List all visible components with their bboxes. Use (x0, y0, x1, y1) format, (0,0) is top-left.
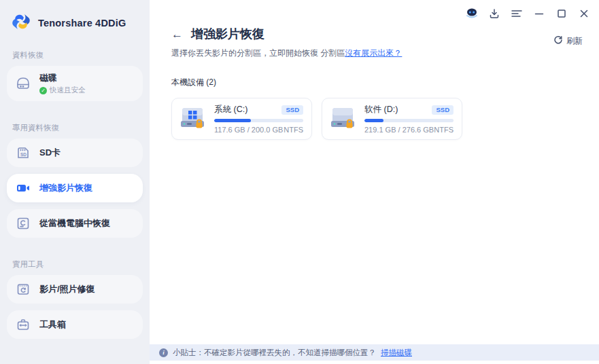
app-window: Tenorshare 4DDiG 資料恢復 磁碟 ✓ 快速且安全 專用資料恢 (0, 0, 599, 364)
sidebar-item-toolbox[interactable]: 工具箱 (7, 310, 143, 339)
windows-system-drive-icon (179, 105, 207, 133)
sidebar-item-sd-card-label: SD卡 (39, 147, 61, 159)
media-repair-icon (15, 281, 31, 297)
ssd-badge: SSD (432, 105, 453, 115)
sidebar-section-data-recovery: 資料恢復 (7, 50, 143, 60)
sidebar-item-disk-label: 磁碟 (39, 72, 86, 84)
sidebar-item-crashed-computer-recovery-label: 從當機電腦中恢復 (39, 217, 110, 230)
sidebar-item-sd-card[interactable]: SD SD卡 (7, 139, 143, 167)
sidebar-section-tools: 實用工具 (7, 259, 143, 270)
download-icon[interactable] (487, 7, 501, 20)
sidebar-item-media-repair-label: 影片/照片修復 (39, 283, 95, 295)
minimize-icon[interactable] (532, 7, 546, 20)
drive-card-c[interactable]: 系統 (C:) SSD 117.6 GB / 200.0 GB NTFS (171, 98, 312, 140)
toolbox-icon (15, 316, 31, 333)
titlebar-controls (465, 7, 591, 20)
main-panel: 刷新 ← 增強影片恢復 選擇你丟失影片的分割區，立即開始恢復 分割區沒有展示出來… (150, 0, 599, 364)
sidebar-section-special-recovery: 專用資料恢復 (7, 123, 143, 133)
ssd-badge: SSD (281, 105, 303, 115)
back-button[interactable]: ← (171, 29, 183, 40)
tip-text: 小貼士：不確定影片從哪裡丟失的，不知道掃描哪個位置？ (173, 348, 376, 358)
sidebar: Tenorshare 4DDiG 資料恢復 磁碟 ✓ 快速且安全 專用資料恢 (0, 0, 150, 364)
partitions-not-shown-link[interactable]: 沒有展示出來？ (345, 48, 402, 58)
crashed-computer-icon (15, 215, 31, 232)
disk-icon (15, 75, 31, 92)
disk-safety-badge: ✓ 快速且安全 (39, 86, 86, 95)
drive-usage-bar (214, 119, 303, 122)
sidebar-item-crashed-computer-recovery[interactable]: 從當機電腦中恢復 (7, 209, 143, 238)
svg-text:SD: SD (20, 152, 27, 157)
drive-card-d[interactable]: 软件 (D:) SSD 219.1 GB / 276.6 GB NTFS (322, 98, 462, 140)
drive-filesystem: NTFS (284, 126, 303, 134)
data-drive-icon (329, 105, 358, 133)
brand: Tenorshare 4DDiG (7, 10, 143, 35)
maximize-icon[interactable] (555, 7, 568, 20)
drive-card-list: 系統 (C:) SSD 117.6 GB / 200.0 GB NTFS (171, 98, 577, 140)
refresh-label: 刷新 (566, 35, 583, 47)
menu-icon[interactable] (510, 7, 524, 20)
drive-filesystem: NTFS (434, 126, 453, 134)
app-logo-icon (10, 11, 33, 35)
close-icon[interactable] (577, 7, 591, 20)
drive-capacity: 219.1 GB / 276.6 GB (364, 126, 434, 134)
video-camera-icon (15, 180, 31, 196)
sd-card-icon: SD (15, 145, 31, 161)
refresh-button[interactable]: 刷新 (553, 35, 583, 47)
info-icon: i (159, 348, 168, 357)
page-title: 增強影片恢復 (191, 26, 264, 42)
assistant-bot-icon[interactable] (465, 7, 479, 20)
refresh-icon (553, 35, 563, 47)
sidebar-item-toolbox-label: 工具箱 (39, 318, 66, 331)
page-subtitle: 選擇你丟失影片的分割區，立即開始恢復 分割區沒有展示出來？ (171, 48, 577, 59)
check-icon: ✓ (39, 87, 47, 94)
drive-capacity: 117.6 GB / 200.0 GB (214, 126, 283, 134)
tip-footer: i 小貼士：不確定影片從哪裡丟失的，不知道掃描哪個位置？ 掃描磁碟 (150, 344, 599, 361)
drive-usage-bar (364, 119, 453, 122)
sidebar-item-enhanced-video-recovery[interactable]: 增強影片恢復 (7, 174, 143, 202)
sidebar-item-media-repair[interactable]: 影片/照片修復 (7, 275, 143, 304)
brand-name: Tenorshare 4DDiG (38, 18, 126, 29)
local-devices-label: 本機設備 (2) (171, 77, 577, 88)
drive-usage-fill (214, 119, 251, 122)
drive-name: 系統 (C:) (214, 104, 247, 115)
sidebar-item-disk[interactable]: 磁碟 ✓ 快速且安全 (7, 66, 143, 101)
content-area: ← 增強影片恢復 選擇你丟失影片的分割區，立即開始恢復 分割區沒有展示出來？ 本… (150, 0, 599, 344)
drive-name: 软件 (D:) (364, 104, 398, 115)
scan-disk-link[interactable]: 掃描磁碟 (381, 348, 412, 358)
drive-usage-fill (364, 119, 383, 122)
sidebar-item-enhanced-video-recovery-label: 增強影片恢復 (39, 182, 92, 194)
